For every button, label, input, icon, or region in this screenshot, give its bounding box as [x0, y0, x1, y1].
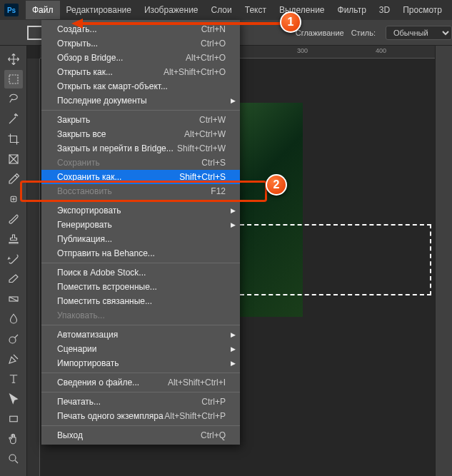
menu-слои[interactable]: Слои [205, 1, 238, 19]
crop-tool-icon[interactable] [4, 130, 23, 148]
menu-shortcut: Shift+Ctrl+W [177, 143, 226, 153]
menu-файл[interactable]: Файл [26, 1, 60, 19]
menu-item[interactable]: Отправить на Behance... [41, 246, 240, 260]
annotation-badge-2: 2 [266, 174, 287, 196]
menu-item-label: Сохранить [57, 158, 100, 168]
menu-item[interactable]: Импортировать▶ [41, 356, 240, 370]
move-tool-icon[interactable] [4, 50, 23, 69]
menu-3d[interactable]: 3D [373, 1, 396, 19]
menu-item-label: Восстановить [57, 186, 112, 196]
svg-point-6 [9, 455, 16, 461]
menu-item[interactable]: Публикация... [41, 232, 240, 246]
menu-item[interactable]: Автоматизация▶ [41, 328, 240, 342]
menu-item[interactable]: Открыть как смарт-объект... [41, 79, 240, 93]
menu-текст[interactable]: Текст [238, 1, 273, 19]
menu-item[interactable]: Генерировать▶ [41, 218, 240, 232]
menu-item: ВосстановитьF12 [41, 184, 240, 198]
menu-item[interactable]: ВыходCtrl+Q [41, 428, 240, 442]
zoom-tool-icon[interactable] [4, 450, 23, 468]
history-brush-tool-icon[interactable] [4, 250, 23, 268]
menu-item-label: Открыть как смарт-объект... [57, 81, 168, 91]
file-menu-dropdown: Создать...Ctrl+NОткрыть...Ctrl+OОбзор в … [41, 20, 240, 445]
menu-редактирование[interactable]: Редактирование [60, 1, 138, 19]
menu-item-label: Выход [57, 430, 83, 440]
menu-separator [41, 263, 240, 263]
hand-tool-icon[interactable] [4, 430, 23, 448]
menu-item[interactable]: Закрыть всеAlt+Ctrl+W [41, 127, 240, 141]
submenu-arrow-icon: ▶ [231, 207, 236, 214]
rectangle-tool-icon[interactable] [4, 410, 23, 428]
menu-shortcut: Ctrl+Q [201, 430, 226, 440]
menu-separator [41, 373, 240, 373]
menu-item: Упаковать... [41, 308, 240, 323]
path-select-tool-icon[interactable] [4, 390, 23, 408]
menu-item[interactable]: Поместить встроенные... [41, 280, 240, 294]
menu-item-label: Отправить на Behance... [57, 248, 155, 258]
dodge-tool-icon[interactable] [4, 330, 23, 348]
menu-item[interactable]: Открыть как...Alt+Shift+Ctrl+O [41, 65, 240, 79]
svg-rect-0 [9, 75, 18, 83]
menu-item[interactable]: Закрыть и перейти в Bridge...Shift+Ctrl+… [41, 141, 240, 156]
menu-item-label: Сведения о файле... [57, 378, 139, 388]
menu-separator [41, 392, 240, 393]
menu-item[interactable]: Открыть...Ctrl+O [41, 36, 240, 51]
submenu-arrow-icon: ▶ [231, 221, 236, 228]
menu-shortcut: Ctrl+W [199, 115, 226, 125]
gradient-tool-icon[interactable] [4, 290, 23, 308]
brush-tool-icon[interactable] [4, 210, 23, 228]
menu-item[interactable]: Сохранить как...Shift+Ctrl+S [41, 170, 240, 184]
menu-item-label: Обзор в Bridge... [57, 53, 123, 63]
menu-item-label: Поместить встроенные... [57, 282, 157, 292]
eyedropper-tool-icon[interactable] [4, 170, 23, 188]
type-tool-icon[interactable] [4, 370, 23, 388]
menu-shortcut: F12 [211, 186, 226, 196]
menu-item[interactable]: Обзор в Bridge...Alt+Ctrl+O [41, 51, 240, 65]
menu-item[interactable]: Сценарии▶ [41, 342, 240, 356]
ruler-tick: 300 [297, 47, 308, 54]
svg-rect-5 [9, 416, 17, 422]
menu-item[interactable]: ЗакрытьCtrl+W [41, 113, 240, 127]
menu-item[interactable]: Сведения о файле...Alt+Shift+Ctrl+I [41, 375, 240, 390]
right-panels [435, 46, 452, 476]
frame-tool-icon[interactable] [4, 150, 23, 168]
marquee-tool-icon[interactable] [4, 70, 23, 88]
magic-wand-tool-icon[interactable] [4, 110, 23, 128]
eraser-tool-icon[interactable] [4, 270, 23, 288]
menu-separator [41, 110, 240, 111]
menu-item[interactable]: Экспортировать▶ [41, 203, 240, 218]
pen-tool-icon[interactable] [4, 350, 23, 368]
healing-tool-icon[interactable] [4, 190, 23, 208]
annotation-badge-1: 1 [280, 11, 301, 33]
submenu-arrow-icon: ▶ [231, 331, 236, 338]
menu-item-label: Открыть как... [57, 67, 113, 77]
menu-item[interactable]: Последние документы▶ [41, 93, 240, 108]
menu-item[interactable]: Печать одного экземпляраAlt+Shift+Ctrl+P [41, 409, 240, 423]
menu-item-label: Закрыть все [57, 129, 106, 139]
menu-shortcut: Ctrl+S [201, 158, 226, 168]
menu-shortcut: Ctrl+P [201, 397, 226, 407]
menu-item[interactable]: Поиск в Adobe Stock... [41, 265, 240, 280]
menu-item-label: Публикация... [57, 234, 112, 244]
menu-shortcut: Shift+Ctrl+S [179, 172, 226, 182]
menu-item[interactable]: Создать...Ctrl+N [41, 22, 240, 36]
submenu-arrow-icon: ▶ [231, 360, 236, 367]
menu-shortcut: Ctrl+N [201, 24, 226, 34]
menu-item[interactable]: Поместить связанные... [41, 294, 240, 308]
menu-separator [41, 201, 240, 201]
menu-shortcut: Alt+Ctrl+W [184, 129, 226, 139]
ruler-tick: 400 [376, 47, 386, 54]
menu-item-label: Генерировать [57, 220, 112, 230]
menu-item[interactable]: Печатать...Ctrl+P [41, 395, 240, 409]
menubar: Ps ФайлРедактированиеИзображениеСлоиТекс… [0, 0, 452, 20]
menu-фильтр[interactable]: Фильтр [331, 1, 373, 19]
lasso-tool-icon[interactable] [4, 90, 23, 108]
menu-изображение[interactable]: Изображение [138, 1, 205, 19]
menu-shortcut: Alt+Shift+Ctrl+P [164, 411, 226, 421]
menu-просмотр[interactable]: Просмотр [396, 1, 448, 19]
stamp-tool-icon[interactable] [4, 230, 23, 248]
blur-tool-icon[interactable] [4, 310, 23, 328]
menu-item-label: Открыть... [57, 39, 98, 49]
ruler-vertical [27, 59, 40, 476]
style-select[interactable]: Обычный [386, 26, 452, 40]
menu-item-label: Закрыть и перейти в Bridge... [57, 143, 174, 153]
